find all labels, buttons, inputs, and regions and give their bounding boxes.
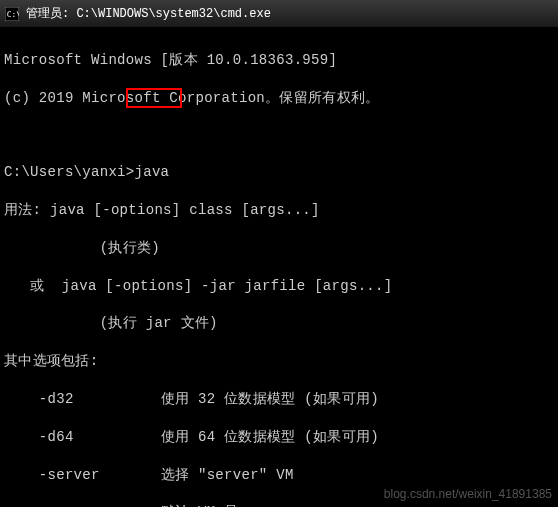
cmd-icon: C:\	[4, 6, 20, 22]
output-line: 其中选项包括:	[4, 352, 554, 371]
svg-text:C:\: C:\	[7, 9, 19, 18]
output-line: (执行类)	[4, 239, 554, 258]
output-line: 或 java [-options] -jar jarfile [args...]	[4, 277, 554, 296]
output-line	[4, 126, 554, 144]
prompt-line: C:\Users\yanxi>java	[4, 163, 554, 182]
output-line: Microsoft Windows [版本 10.0.18363.959]	[4, 51, 554, 70]
output-line: -d64 使用 64 位数据模型 (如果可用)	[4, 428, 554, 447]
output-line: (执行 jar 文件)	[4, 314, 554, 333]
output-line: -server 选择 "server" VM	[4, 466, 554, 485]
window-titlebar[interactable]: C:\ 管理员: C:\WINDOWS\system32\cmd.exe	[0, 0, 558, 28]
output-line: 用法: java [-options] class [args...]	[4, 201, 554, 220]
terminal-output[interactable]: Microsoft Windows [版本 10.0.18363.959] (c…	[0, 28, 558, 507]
output-line: -d32 使用 32 位数据模型 (如果可用)	[4, 390, 554, 409]
output-line: (c) 2019 Microsoft Corporation。保留所有权利。	[4, 89, 554, 108]
watermark-text: blog.csdn.net/weixin_41891385	[384, 487, 552, 501]
window-title: 管理员: C:\WINDOWS\system32\cmd.exe	[26, 5, 271, 22]
output-line: 默认 VM 是 server.	[4, 503, 554, 507]
